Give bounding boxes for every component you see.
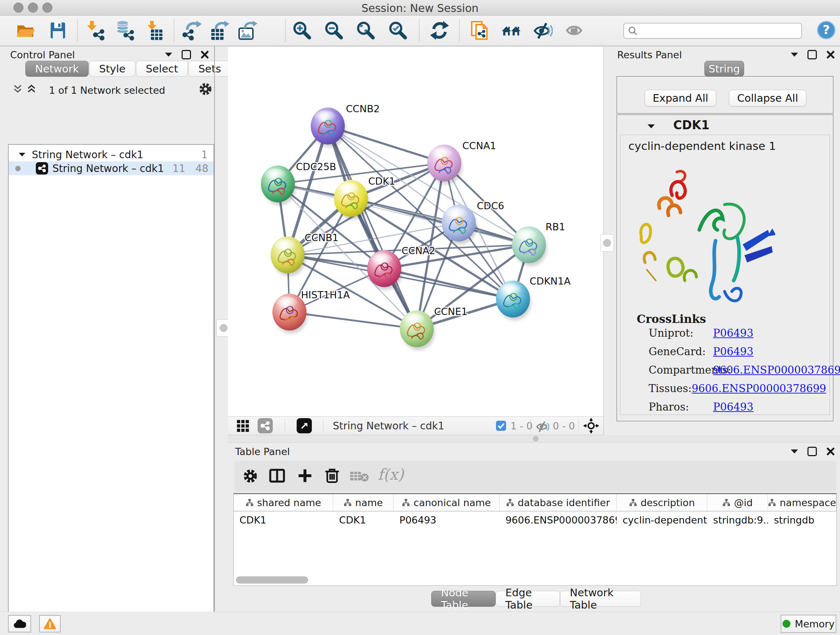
- node-CCNB1[interactable]: CCNB1: [271, 232, 339, 276]
- table-header-row: shared namenamecanonical namedatabase id…: [234, 494, 836, 511]
- zoom-selected-icon[interactable]: [388, 20, 408, 41]
- zoom-out-icon[interactable]: [324, 20, 344, 41]
- home-icon[interactable]: [501, 20, 521, 41]
- import-network-file-icon[interactable]: [85, 20, 105, 41]
- open-session-icon[interactable]: [15, 20, 35, 41]
- left-splitter[interactable]: [214, 46, 229, 611]
- right-splitter[interactable]: [603, 47, 613, 435]
- float-panel-icon[interactable]: [182, 50, 191, 59]
- crosslink-value-link[interactable]: 9606.ENSP00000378699: [713, 364, 840, 376]
- protein-details: cyclin-dependent kinase 1: [620, 135, 830, 415]
- refresh-icon[interactable]: [429, 20, 450, 41]
- column-header-canonicalname[interactable]: canonical name: [393, 494, 500, 511]
- birds-eye-view-icon[interactable]: [257, 418, 273, 433]
- column-header-sharedname[interactable]: shared name: [234, 494, 333, 511]
- node-CCNE1[interactable]: CCNE1: [400, 306, 467, 350]
- control-tabs: NetworkStyleSelectSets: [25, 61, 231, 77]
- export-network-icon[interactable]: [182, 20, 202, 41]
- pan-crosshair-icon[interactable]: [583, 418, 599, 434]
- zoom-fit-icon[interactable]: [355, 20, 376, 41]
- import-network-database-icon[interactable]: [115, 20, 135, 41]
- node-CDC25B[interactable]: CDC25B: [261, 161, 336, 205]
- cloud-status-button[interactable]: [8, 615, 31, 632]
- crosslink-label: Compartments:: [649, 364, 713, 376]
- toolbar-separator: [174, 19, 174, 42]
- save-session-icon[interactable]: [48, 20, 68, 41]
- export-table-icon[interactable]: [210, 20, 230, 41]
- node-CCNB2[interactable]: CCNB2: [311, 103, 380, 147]
- tab-select[interactable]: Select: [136, 61, 188, 77]
- selected-checkbox-icon[interactable]: [496, 420, 507, 431]
- expand-all-button[interactable]: Expand All: [645, 90, 716, 106]
- network-status-dot: [15, 166, 21, 171]
- crosslink-value-link[interactable]: 9606.ENSP00000378699: [692, 382, 826, 394]
- crosslink-value-link[interactable]: P06493: [713, 327, 753, 339]
- collapse-all-button[interactable]: Collapse All: [729, 90, 806, 106]
- table-cell: stringdb: [768, 511, 836, 528]
- column-header-name[interactable]: name: [333, 494, 393, 511]
- show-all-icon[interactable]: [564, 20, 584, 41]
- tab-network-table[interactable]: Network Table: [560, 591, 641, 607]
- tab-network[interactable]: Network: [25, 61, 88, 77]
- node-CDC6[interactable]: CDC6: [442, 200, 504, 244]
- network-row[interactable]: String Network – cdk1 11 48: [9, 162, 213, 175]
- help-icon[interactable]: ?: [817, 21, 836, 40]
- node-CCNA1[interactable]: CCNA1: [427, 140, 496, 184]
- horizontal-splitter[interactable]: [228, 435, 840, 443]
- network-list: String Network – cdk1 1 String Network –…: [8, 144, 214, 635]
- node-label-HIST1H1A: HIST1H1A: [301, 289, 350, 301]
- export-image-icon[interactable]: [238, 20, 258, 41]
- grid-view-icon[interactable]: [237, 420, 249, 432]
- memory-button[interactable]: Memory: [781, 615, 836, 633]
- toolbar-separator: [285, 19, 286, 42]
- node-HIST1H1A[interactable]: HIST1H1A: [272, 289, 350, 333]
- search-icon: [628, 26, 638, 36]
- edge-CCNE1-HIST1H1A[interactable]: [289, 312, 417, 329]
- table-settings-gear-icon[interactable]: [242, 468, 258, 484]
- string-network-icon: [36, 162, 48, 174]
- horizontal-splitter-grip[interactable]: [533, 436, 538, 442]
- collapse-protein-icon[interactable]: [647, 124, 655, 129]
- close-panel-icon[interactable]: [826, 50, 835, 59]
- tab-node-table[interactable]: Node Table: [431, 591, 496, 607]
- zoom-in-icon[interactable]: [292, 20, 312, 41]
- column-header-namespace[interactable]: namespace: [768, 494, 836, 511]
- share-document-icon[interactable]: [470, 20, 491, 41]
- table-hscrollbar-thumb[interactable]: [236, 576, 308, 584]
- node-CDKN1A[interactable]: CDKN1A: [496, 276, 571, 320]
- network-graph[interactable]: CCNB2CCNA1CDC25BCDK1CDC6RB1CCNB1CCNA2CDK…: [228, 47, 603, 416]
- column-header-description[interactable]: description: [617, 494, 707, 511]
- panel-menu-icon[interactable]: [791, 449, 798, 454]
- panel-menu-icon[interactable]: [791, 52, 798, 57]
- tab-style[interactable]: Style: [89, 61, 135, 77]
- close-panel-icon[interactable]: [826, 447, 835, 456]
- column-header-databaseidentifier[interactable]: database identifier: [500, 494, 617, 511]
- network-collection-row[interactable]: String Network – cdk1 1: [9, 148, 213, 162]
- delete-column-icon[interactable]: [324, 467, 341, 484]
- search-input[interactable]: [638, 25, 791, 36]
- float-panel-icon[interactable]: [807, 447, 817, 456]
- panel-menu-icon[interactable]: [165, 52, 172, 57]
- float-panel-icon[interactable]: [807, 50, 817, 59]
- crosslink-value-link[interactable]: P06493: [713, 401, 753, 413]
- warnings-button[interactable]: [39, 615, 61, 632]
- table-cell: 9606.ENSP00000378699: [500, 511, 617, 528]
- hide-selected-icon[interactable]: [532, 20, 553, 41]
- collapse-icon[interactable]: [19, 152, 25, 157]
- table-row[interactable]: CDK1CDK1P064939606.ENSP00000378699cyclin…: [234, 511, 836, 528]
- tab-edge-table[interactable]: Edge Table: [496, 591, 560, 607]
- close-panel-icon[interactable]: [201, 50, 209, 59]
- title-bar: Session: New Session: [0, 0, 840, 16]
- tab-string[interactable]: String: [704, 61, 744, 77]
- crosslink-value-link[interactable]: P06493: [713, 345, 753, 358]
- table-toolbar: f(x): [234, 461, 836, 492]
- add-column-icon[interactable]: [297, 467, 313, 484]
- detach-view-icon[interactable]: [297, 418, 312, 433]
- node-RB1[interactable]: RB1: [512, 221, 565, 266]
- column-header-id[interactable]: @id: [707, 494, 768, 511]
- network-options-gear-icon[interactable]: [198, 82, 213, 96]
- status-bar: Memory: [0, 612, 840, 635]
- import-table-icon[interactable]: [145, 20, 165, 41]
- show-columns-icon[interactable]: [269, 467, 286, 484]
- toolbar-separator: [77, 19, 78, 42]
